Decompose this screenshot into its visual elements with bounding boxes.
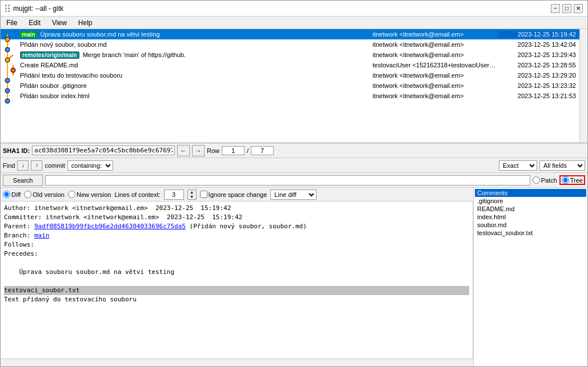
- spinner-down[interactable]: ▼: [188, 195, 196, 199]
- diff-h-scrollbar[interactable]: [1, 358, 473, 366]
- row-label: Row: [207, 147, 219, 154]
- commit-list[interactable]: main Úprava souboru soubor.md na větvi t…: [1, 29, 579, 143]
- diff-line-highlighted: testovaci_soubor.txt: [4, 286, 469, 295]
- new-version-radio-label[interactable]: New version: [68, 191, 111, 198]
- diff-content: Author: itnetwork <itnetwork@email.em> 2…: [1, 201, 473, 358]
- diff-line: Text přidaný do testovacího souboru: [4, 295, 469, 304]
- tree-panel: Comments .gitignore README.md index.html…: [473, 188, 587, 366]
- row-total[interactable]: [251, 146, 274, 155]
- exact-select[interactable]: Exact IgnCase Regexp: [499, 160, 537, 171]
- table-row[interactable]: Přidán soubor .gitignore itnetwork <itne…: [1, 80, 579, 91]
- tree-item[interactable]: testovaci_soubor.txt: [475, 229, 586, 237]
- diff-label: Diff: [11, 191, 21, 198]
- commit-subject: Přidán nový soubor, soubor.md: [20, 41, 373, 48]
- window-title: mujgit: --all - gitk: [13, 5, 63, 13]
- context-label: Lines of context:: [114, 191, 160, 198]
- diff-line: [4, 277, 469, 286]
- branch-link[interactable]: main: [34, 232, 50, 239]
- search-bar: Search Patch Tree: [1, 173, 587, 188]
- table-row[interactable]: Přidání textu do testovacího souboru itn…: [1, 70, 579, 80]
- search-input[interactable]: [45, 175, 530, 185]
- table-row[interactable]: main Úprava souboru soubor.md na větvi t…: [1, 29, 579, 39]
- fields-select[interactable]: All fields Headline Comments Author Comm…: [539, 160, 585, 171]
- tree-item[interactable]: Comments: [475, 189, 586, 197]
- find-label: Find: [3, 162, 15, 169]
- find-up-button[interactable]: ↑: [31, 160, 42, 171]
- diff-line: Committer: itnetwork <itnetwork@email.em…: [4, 213, 469, 222]
- find-bar: Find ↓ ↑ commit containing: Exact IgnCas…: [1, 158, 587, 173]
- old-version-radio[interactable]: [24, 191, 31, 198]
- new-version-label: New version: [77, 191, 111, 198]
- tree-item[interactable]: README.md: [475, 205, 586, 213]
- menu-file[interactable]: File: [3, 18, 21, 27]
- tree-radio[interactable]: [562, 176, 569, 184]
- commit-scrollbar[interactable]: [579, 29, 587, 143]
- bottom-area: Diff Old version New version Lines of co…: [1, 188, 587, 366]
- commit-subject: Přidán soubor .gitignore: [20, 82, 373, 89]
- table-row[interactable]: Create README.md testovaciUser <15216231…: [1, 60, 579, 70]
- diff-panel: Diff Old version New version Lines of co…: [1, 188, 473, 366]
- commit-date: 2023-12-25 13:28:55: [498, 62, 578, 68]
- commit-subject: remotes/origin/main Merge branch 'main' …: [20, 51, 373, 59]
- commit-author: itnetwork <itnetwork@email.em>: [373, 51, 498, 58]
- parent-link[interactable]: 9adf085819b99fbcb96e2dd46304033696c75da5: [34, 223, 186, 230]
- patch-radio[interactable]: [533, 176, 540, 184]
- diff-options: Diff Old version New version Lines of co…: [1, 188, 473, 201]
- diff-radio[interactable]: [3, 191, 10, 198]
- close-button[interactable]: ✕: [574, 4, 583, 13]
- ignore-space-checkbox[interactable]: [200, 191, 207, 198]
- title-bar-left: mujgit: --all - gitk: [5, 5, 63, 13]
- diff-line: [4, 259, 469, 268]
- commit-date: 2023-12-25 13:42:04: [498, 41, 578, 48]
- old-version-radio-label[interactable]: Old version: [24, 191, 65, 198]
- sha1-input[interactable]: [32, 146, 175, 155]
- sha1-bar: SHA1 ID: ← → Row /: [1, 143, 587, 158]
- tree-radio-label[interactable]: Tree: [559, 175, 585, 185]
- commit-author: itnetwork <itnetwork@email.em>: [373, 72, 498, 79]
- tree-item[interactable]: index.html: [475, 213, 586, 221]
- window-icon: [5, 5, 10, 12]
- next-commit-button[interactable]: →: [192, 145, 205, 156]
- restore-button[interactable]: □: [562, 4, 571, 13]
- menu-edit[interactable]: Edit: [25, 18, 44, 27]
- find-containing-select[interactable]: containing:: [67, 160, 113, 171]
- diff-line: Precedes:: [4, 249, 469, 259]
- diff-line: Author: itnetwork <itnetwork@email.em> 2…: [4, 204, 469, 213]
- main-window: mujgit: --all - gitk − □ ✕ File Edit Vie…: [0, 0, 588, 367]
- commit-date: 2023-12-25 13:23:32: [498, 82, 578, 89]
- branch-tag-remote: remotes/origin/main: [20, 51, 79, 59]
- patch-radio-label[interactable]: Patch: [533, 176, 557, 184]
- old-version-label: Old version: [33, 191, 65, 198]
- svg-point-3: [5, 47, 10, 52]
- ignore-space-label[interactable]: Ignore space change: [200, 191, 267, 198]
- table-row[interactable]: remotes/origin/main Merge branch 'main' …: [1, 50, 579, 60]
- tree-item[interactable]: soubor.md: [475, 221, 586, 229]
- search-button[interactable]: Search: [3, 175, 43, 186]
- spinner-up[interactable]: ▲: [188, 190, 196, 195]
- prev-commit-button[interactable]: ←: [177, 145, 190, 156]
- diff-type-select[interactable]: Line diff Markup diff: [270, 189, 317, 200]
- menu-view[interactable]: View: [49, 18, 70, 27]
- context-spinner[interactable]: ▲ ▼: [187, 189, 197, 200]
- tree-item[interactable]: .gitignore: [475, 197, 586, 205]
- commit-area: main Úprava souboru soubor.md na větvi t…: [1, 29, 587, 143]
- ignore-space-text: Ignore space change: [209, 191, 267, 198]
- row-input[interactable]: [222, 146, 245, 155]
- table-row[interactable]: Přidán soubor index.html itnetwork <itne…: [1, 91, 579, 101]
- new-version-radio[interactable]: [68, 191, 75, 198]
- tree-content: Comments .gitignore README.md index.html…: [474, 188, 587, 366]
- commit-author: itnetwork <itnetwork@email.em>: [373, 82, 498, 89]
- commit-date: 2023-12-25 15:19:42: [498, 31, 578, 38]
- tree-label: Tree: [570, 177, 583, 184]
- commit-author: testovaciUser <152162318+testovaciUser@u…: [373, 62, 498, 68]
- svg-point-1: [5, 37, 10, 42]
- context-input[interactable]: [164, 189, 184, 200]
- find-down-button[interactable]: ↓: [17, 160, 29, 171]
- diff-radio-label[interactable]: Diff: [3, 191, 21, 198]
- minimize-button[interactable]: −: [551, 4, 560, 13]
- table-row[interactable]: Přidán nový soubor, soubor.md itnetwork …: [1, 39, 579, 50]
- commit-date: 2023-12-25 13:29:43: [498, 51, 578, 58]
- diff-line: Úprava souboru soubor.md na větvi testin…: [4, 268, 469, 277]
- commit-date: 2023-12-25 13:29:20: [498, 72, 578, 79]
- menu-help[interactable]: Help: [75, 18, 96, 27]
